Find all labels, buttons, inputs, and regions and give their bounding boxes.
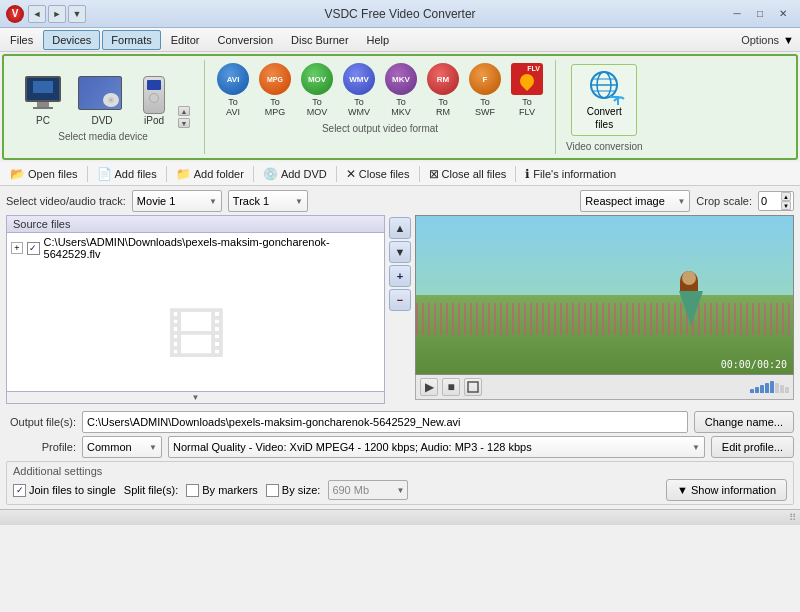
maximize-btn[interactable]: □ <box>749 5 771 23</box>
file-checkbox[interactable]: ✓ <box>27 242 40 255</box>
show-info-btn[interactable]: ▼ Show information <box>666 479 787 501</box>
size-select[interactable]: 690 Mb ▼ <box>328 480 408 500</box>
quick-access-bar: ◄ ► ▼ <box>28 5 86 23</box>
profile-select[interactable]: Common ▼ <box>82 436 162 458</box>
video-track-value: Movie 1 <box>137 195 176 207</box>
scroll-up-arrow[interactable]: ▲ <box>178 106 190 116</box>
convert-label: Convert files <box>587 105 622 131</box>
vbar-7 <box>780 385 784 393</box>
close-files-label: Close files <box>359 168 410 180</box>
dropdown-btn[interactable]: ▼ <box>68 5 86 23</box>
toolbar-sep-3 <box>253 166 254 182</box>
toolbar: 📂 Open files 📄 Add files 📁 Add folder 💿 … <box>0 162 800 186</box>
back-btn[interactable]: ◄ <box>28 5 46 23</box>
options-dropdown-icon[interactable]: ▼ <box>783 34 794 46</box>
close-all-files-btn[interactable]: ⊠ Close all files <box>423 165 513 183</box>
device-dvd-label: DVD <box>91 115 112 126</box>
info-icon: ℹ <box>525 167 530 181</box>
format-mov-icon-text: MOV <box>308 75 326 84</box>
minimize-btn[interactable]: ─ <box>726 5 748 23</box>
add-folder-btn[interactable]: 📁 Add folder <box>170 165 250 183</box>
output-path-input[interactable] <box>82 411 688 433</box>
video-track-select[interactable]: Movie 1 ▼ <box>132 190 222 212</box>
add-track-btn[interactable]: + <box>389 265 411 287</box>
by-size-checkbox[interactable] <box>266 484 279 497</box>
audio-track-select[interactable]: Track 1 ▼ <box>228 190 308 212</box>
pc-screen <box>33 81 53 93</box>
aspect-select[interactable]: Reaspect image ▼ <box>580 190 690 212</box>
move-up-btn[interactable]: ▲ <box>389 217 411 239</box>
list-scroll-down[interactable]: ▼ <box>6 392 385 404</box>
open-files-btn[interactable]: 📂 Open files <box>4 165 84 183</box>
app-title: VSDC Free Video Converter <box>0 7 800 21</box>
format-rm[interactable]: RM To RM <box>423 60 463 120</box>
by-markers-check[interactable]: By markers <box>186 484 258 497</box>
menu-disc-burner[interactable]: Disc Burner <box>283 30 356 50</box>
options-label[interactable]: Options <box>741 34 779 46</box>
join-files-check[interactable]: ✓ Join files to single <box>13 484 116 497</box>
formats-label: Select output video format <box>211 122 549 136</box>
profile-quality-select[interactable]: Normal Quality - Video: XviD MPEG4 - 120… <box>168 436 705 458</box>
format-mkv[interactable]: MKV To MKV <box>381 60 421 120</box>
format-wmv-label2: WMV <box>348 107 370 117</box>
close-files-btn[interactable]: ✕ Close files <box>340 165 416 183</box>
add-files-btn[interactable]: 📄 Add files <box>91 165 163 183</box>
toolbar-sep-5 <box>419 166 420 182</box>
by-markers-checkbox[interactable] <box>186 484 199 497</box>
file-list[interactable]: + ✓ C:\Users\ADMIN\Downloads\pexels-maks… <box>6 232 385 392</box>
format-buttons-row: AVI To AVI MPG To MPG MOV To MOV <box>211 56 549 122</box>
edit-profile-btn[interactable]: Edit profile... <box>711 436 794 458</box>
format-mov[interactable]: MOV To MOV <box>297 60 337 120</box>
status-bar: ⠿ <box>0 509 800 525</box>
join-files-checkbox[interactable]: ✓ <box>13 484 26 497</box>
device-dvd[interactable]: DVD <box>74 74 130 128</box>
stop-btn[interactable]: ■ <box>442 378 460 396</box>
add-dvd-btn[interactable]: 💿 Add DVD <box>257 165 333 183</box>
menu-conversion[interactable]: Conversion <box>209 30 281 50</box>
svg-rect-5 <box>468 382 478 392</box>
fullscreen-btn[interactable] <box>464 378 482 396</box>
change-name-btn[interactable]: Change name... <box>694 411 794 433</box>
convert-files-btn[interactable]: Convert files <box>571 64 637 136</box>
list-item[interactable]: + ✓ C:\Users\ADMIN\Downloads\pexels-maks… <box>7 233 384 263</box>
format-avi[interactable]: AVI To AVI <box>213 60 253 120</box>
side-nav: ▲ ▼ + − <box>389 215 411 404</box>
spinbox-arrows: ▲ ▼ <box>781 192 791 210</box>
scroll-down-arrow[interactable]: ▼ <box>178 118 190 128</box>
ribbon-divider-1 <box>204 60 205 154</box>
vbar-4 <box>765 383 769 393</box>
device-ipod[interactable]: iPod <box>134 74 174 128</box>
device-pc[interactable]: PC <box>16 74 70 128</box>
menu-devices[interactable]: Devices <box>43 30 100 50</box>
convert-icon <box>582 69 626 105</box>
files-info-btn[interactable]: ℹ File's information <box>519 165 622 183</box>
by-size-check[interactable]: By size: <box>266 484 321 497</box>
app-icon: V <box>6 5 24 23</box>
pc-base <box>33 107 53 109</box>
format-rm-label2: RM <box>436 107 450 117</box>
window-controls: ─ □ ✕ <box>726 5 794 23</box>
device-pc-label: PC <box>36 115 50 126</box>
format-flv[interactable]: FLV To FLV <box>507 60 547 120</box>
format-mkv-label: To <box>396 97 406 107</box>
menu-formats[interactable]: Formats <box>102 30 160 50</box>
menu-files[interactable]: Files <box>2 30 41 50</box>
conversion-section: Convert files Video conversion <box>558 56 651 158</box>
close-btn[interactable]: ✕ <box>772 5 794 23</box>
resize-grip[interactable]: ⠿ <box>789 512 796 523</box>
spinbox-down[interactable]: ▼ <box>781 201 791 210</box>
title-bar-left: V ◄ ► ▼ <box>6 5 86 23</box>
expand-icon[interactable]: + <box>11 242 23 254</box>
format-wmv[interactable]: WMV To WMV <box>339 60 379 120</box>
menu-editor[interactable]: Editor <box>163 30 208 50</box>
move-down-btn[interactable]: ▼ <box>389 241 411 263</box>
format-mpg[interactable]: MPG To MPG <box>255 60 295 120</box>
devices-label: Select media device <box>10 130 196 144</box>
format-swf[interactable]: F To SWF <box>465 60 505 120</box>
forward-btn[interactable]: ► <box>48 5 66 23</box>
remove-track-btn[interactable]: − <box>389 289 411 311</box>
play-btn[interactable]: ▶ <box>420 378 438 396</box>
crop-spinbox[interactable]: 0 ▲ ▼ <box>758 191 794 211</box>
menu-help[interactable]: Help <box>359 30 398 50</box>
spinbox-up[interactable]: ▲ <box>781 192 791 201</box>
